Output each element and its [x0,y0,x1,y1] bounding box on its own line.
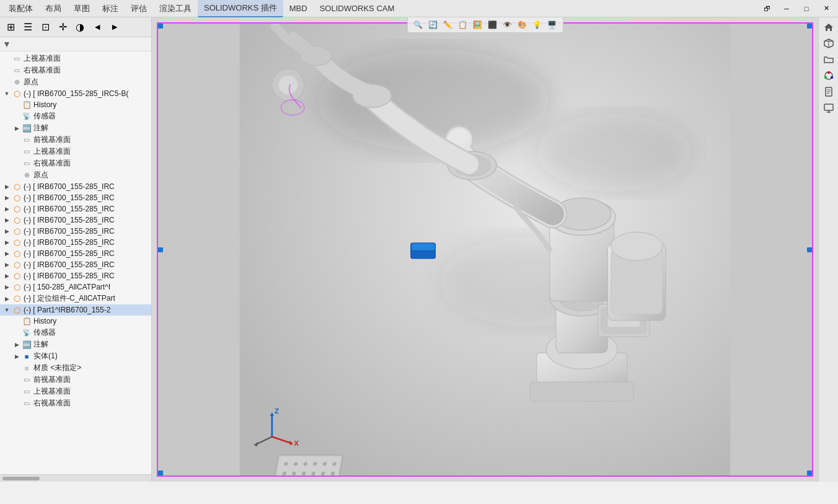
render-tab[interactable]: ◑ [72,20,88,35]
arrow-sub11[interactable]: ▶ [2,296,11,302]
rp-screen-btn[interactable] [821,100,837,115]
arrow-sub6[interactable]: ▶ [2,239,11,245]
list-tab[interactable]: ☰ [20,20,36,35]
vp-box-btn[interactable]: ⬛ [486,19,500,31]
label-plane2: 右视基准面 [24,65,61,76]
arrow-annot1[interactable]: ▶ [12,125,21,131]
config-tab[interactable]: ⊡ [37,20,53,35]
tree-item-sub6[interactable]: ▶ ⬡ (-) [ IRB6700_155-285_IRC [0,237,151,248]
rp-folder-btn[interactable] [821,52,837,67]
tree-item-sub8[interactable]: ▶ ⬡ (-) [ IRB6700_155-285_IRC [0,259,151,270]
icon-sub1: ⬡ [11,182,22,192]
next-btn[interactable]: ▶ [107,20,123,35]
viewport-inner[interactable]: Z X [157,22,813,477]
tree-item-plane2[interactable]: ▭ 右视基准面 [0,64,151,76]
tree-item-sub5[interactable]: ▶ ⬡ (-) [ IRB6700_155-285_IRC [0,226,151,237]
rp-color-btn[interactable] [821,68,837,83]
tree-item-sub11[interactable]: ▶ ⬡ (-) [ 定位组件-C_AllCATPart [0,293,151,304]
arrow-sub7[interactable]: ▶ [2,250,11,257]
arrow-sub3[interactable]: ▶ [2,206,11,212]
arrow-solidbody[interactable]: ▶ [12,353,21,360]
arrow-sub9[interactable]: ▶ [2,273,11,279]
label-sub1: (-) [ IRB6700_155-285_IRC [24,182,115,191]
tree-item-plane3[interactable]: ▭ 前视基准面 [0,134,151,146]
tree-item-history2[interactable]: 📋 History [0,316,151,327]
assembly-tab[interactable]: ⊞ [2,20,19,35]
icon-history2: 📋 [21,317,32,325]
tree-item-assembly1[interactable]: ▼ ⬡ (-) [ IRB6700_155-285_IRC5-B( [0,88,151,99]
tree-item-plane8[interactable]: ▭ 右视基准面 [0,397,151,409]
menu-markup[interactable]: 标注 [96,1,125,17]
tree-item-history1[interactable]: 📋 History [0,99,151,110]
menu-solidworks-plugin[interactable]: SOLIDWORKS 插件 [198,0,283,17]
menu-eval[interactable]: 评估 [125,1,153,17]
arrow-part1[interactable]: ▼ [2,307,11,313]
icon-sub11: ⬡ [11,294,22,303]
vp-zoom-btn[interactable]: 🔍 [412,19,425,31]
tree-item-sensor1[interactable]: 📡 传感器 [0,110,151,122]
tree-item-sub7[interactable]: ▶ ⬡ (-) [ IRB6700_155-285_IRC [0,248,151,259]
maximize-button[interactable]: □ [797,0,816,17]
tree-item-origin[interactable]: ⊕ 原点 [0,76,151,88]
arrow-sub5[interactable]: ▶ [2,228,11,234]
close-button[interactable]: ✕ [817,0,836,17]
arrow-sub1[interactable]: ▶ [2,183,11,190]
vp-rotate-btn[interactable]: 🔄 [426,19,440,31]
arrow-annot2[interactable]: ▶ [12,342,21,348]
menu-layout[interactable]: 布局 [39,1,68,17]
tree-item-sub3[interactable]: ▶ ⬡ (-) [ IRB6700_155-285_IRC [0,203,151,214]
minimize-button[interactable]: ─ [777,0,796,17]
menu-mbd[interactable]: MBD [283,1,314,15]
menu-render[interactable]: 渲染工具 [153,1,198,17]
tree-area[interactable]: ▭ 上视基准面 ▭ 右视基准面 ⊕ 原点 ▼ ⬡ (-) [ IRB6700_1… [0,51,151,474]
label-plane3: 前视基准面 [33,135,71,145]
tree-item-sub4[interactable]: ▶ ⬡ (-) [ IRB6700_155-285_IRC [0,214,151,226]
tree-item-plane5[interactable]: ▭ 右视基准面 [0,157,151,169]
label-sub9: (-) [ IRB6700_155-285_IRC [24,272,115,280]
tree-item-plane7[interactable]: ▭ 上视基准面 [0,386,151,397]
vp-display-btn[interactable]: 🖥️ [545,19,559,31]
tree-item-plane4[interactable]: ▭ 上视基准面 [0,146,151,157]
bottom-scrollbar[interactable] [0,474,151,482]
menu-sketch[interactable]: 草图 [68,1,96,17]
tree-item-material[interactable]: ≡ 材质 <未指定> [0,362,151,374]
tree-item-sub9[interactable]: ▶ ⬡ (-) [ IRB6700_155-285_IRC [0,270,151,281]
tree-item-sub10[interactable]: ▶ ⬡ (-) [ 150-285_AllCATPart^I [0,281,151,293]
vp-light-btn[interactable]: 💡 [531,19,544,31]
tree-item-solidbody[interactable]: ▶ ■ 实体(1) [0,350,151,362]
tree-item-sub1[interactable]: ▶ ⬡ (-) [ IRB6700_155-285_IRC [0,181,151,192]
arrow-sub2[interactable]: ▶ [2,195,11,201]
svg-point-66 [827,71,830,74]
tree-item-plane1[interactable]: ▭ 上视基准面 [0,53,151,64]
tree-item-plane6[interactable]: ▭ 前视基准面 [0,374,151,386]
rp-doc-btn[interactable] [821,84,837,99]
arrow-sub8[interactable]: ▶ [2,262,11,268]
tree-item-origin2[interactable]: ⊕ 原点 [0,169,151,181]
menu-solidworks-cam[interactable]: SOLIDWORKS CAM [314,1,401,15]
icon-annot2: 🔤 [21,340,32,349]
menu-assembly[interactable]: 装配体 [2,1,39,17]
tree-item-sub2[interactable]: ▶ ⬡ (-) [ IRB6700_155-285_IRC [0,192,151,203]
vp-edit-btn[interactable]: ✏️ [441,19,455,31]
vp-image-btn[interactable]: 🖼️ [471,19,485,31]
plus-tab[interactable]: ✛ [55,20,71,35]
arrow-sub4[interactable]: ▶ [2,217,11,223]
restore-button[interactable]: 🗗 [757,0,776,17]
prev-btn[interactable]: ◀ [89,20,105,35]
arrow-sub10[interactable]: ▶ [2,284,11,290]
viewport[interactable]: 🔍 🔄 ✏️ 📋 🖼️ ⬛ 👁️ 🎨 💡 🖥️ [152,17,818,482]
tree-item-annot1[interactable]: ▶ 🔤 注解 [0,122,151,134]
tree-item-annot2[interactable]: ▶ 🔤 注解 [0,338,151,350]
vp-copy-btn[interactable]: 📋 [456,19,470,31]
tree-item-sensor2[interactable]: 📡 传感器 [0,327,151,338]
label-origin: 原点 [24,77,38,87]
tree-item-part1[interactable]: ▼ ⬡ (-) [ Part1^IRB6700_155-2 [0,304,151,316]
arrow-assembly1[interactable]: ▼ [2,91,11,97]
vp-color-btn[interactable]: 🎨 [516,19,529,31]
rp-home-btn[interactable] [821,20,837,35]
label-sensor2: 传感器 [33,327,56,338]
document-icon [824,87,834,97]
icon-plane4: ▭ [21,148,32,156]
vp-view-btn[interactable]: 👁️ [501,19,514,31]
rp-3d-btn[interactable] [821,36,837,51]
